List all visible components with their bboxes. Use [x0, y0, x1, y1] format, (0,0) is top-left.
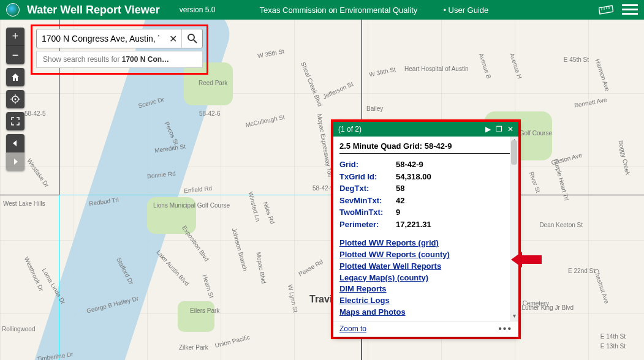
popup-field-value: 17,221.31	[396, 219, 431, 231]
popup-highlight-box: (1 of 2) ▶ ❐ ✕ 2.5 Minute Quad Grid: 58-…	[331, 119, 521, 339]
search-button[interactable]	[181, 29, 202, 48]
scroll-thumb[interactable]	[511, 140, 517, 165]
svg-rect-5	[622, 4, 638, 6]
app-header: Water Well Report Viewer version 5.0 Tex…	[0, 0, 644, 20]
popup-link[interactable]: Plotted WW Reports (county)	[339, 249, 450, 261]
popup-field-key: TxGrid Id:	[339, 171, 396, 183]
popup-field-value: 9	[396, 206, 400, 219]
app-logo-icon	[6, 3, 20, 17]
popup-field-row: Grid:58-42-9	[339, 159, 512, 171]
fullscreen-button[interactable]	[6, 112, 25, 130]
svg-rect-7	[622, 13, 638, 15]
popup-link[interactable]: Legacy Map(s) (county)	[339, 272, 428, 284]
popup-close-icon[interactable]: ✕	[507, 125, 513, 133]
zoom-in-button[interactable]: +	[6, 28, 25, 46]
search-hint-prefix: Show search results for	[43, 55, 122, 64]
popup-field-row: SevMinTxt:42	[339, 195, 512, 207]
map-toolbar: + −	[6, 28, 25, 171]
svg-point-9	[15, 99, 17, 100]
popup-field-row: TxGrid Id:54,318.00	[339, 171, 512, 183]
popup-header: (1 of 2) ▶ ❐ ✕	[333, 122, 518, 137]
popup-field-value: 54,318.00	[396, 171, 431, 183]
map-selection-box	[59, 195, 362, 360]
popup-field-key: SevMinTxt:	[339, 195, 396, 207]
search-box: ✕	[36, 29, 203, 48]
popup-link[interactable]: Plotted Water Well Reports	[339, 261, 441, 272]
locate-button[interactable]	[6, 90, 25, 108]
popup-field-key: Perimeter:	[339, 219, 396, 231]
popup-count: (1 of 2)	[338, 125, 480, 133]
popup-link[interactable]: Electric Logs	[339, 295, 390, 307]
menu-icon[interactable]	[622, 3, 638, 17]
callout-arrow-icon	[511, 252, 542, 268]
popup-footer: Zoom to •••	[333, 321, 518, 337]
home-button[interactable]	[6, 68, 25, 86]
popup-body: 2.5 Minute Quad Grid: 58-42-9 Grid:58-42…	[333, 137, 518, 321]
popup-field-value: 42	[396, 195, 404, 207]
next-extent-button[interactable]	[6, 152, 25, 171]
popup-title: 2.5 Minute Quad Grid: 58-42-9	[339, 141, 512, 154]
clear-search-icon[interactable]: ✕	[164, 33, 181, 45]
popup-field-value: 58	[396, 182, 404, 195]
search-suggestion[interactable]: Show search results for 1700 N Con…	[36, 51, 203, 68]
svg-rect-6	[622, 9, 638, 10]
prev-extent-button[interactable]	[6, 134, 25, 152]
popup-field-key: Grid:	[339, 159, 396, 171]
user-guide-link[interactable]: • User Guide	[443, 6, 488, 15]
org-name: Texas Commission on Environmental Qualit…	[259, 6, 417, 15]
popup-maximize-icon[interactable]: ❐	[496, 125, 502, 133]
search-highlight-box: ✕ Show search results for 1700 N Con…	[31, 24, 208, 75]
svg-rect-0	[599, 6, 613, 14]
popup-link[interactable]: Maps and Photos	[339, 307, 406, 318]
measure-icon[interactable]	[599, 5, 613, 15]
popup-link[interactable]: DIM Reports	[339, 283, 387, 295]
popup-field-key: DegTxt:	[339, 182, 396, 195]
zoom-to-link[interactable]: Zoom to	[339, 324, 366, 333]
search-input[interactable]	[37, 34, 164, 43]
popup-scrollbar[interactable]: ▴ ▾	[510, 137, 518, 321]
svg-line-15	[194, 40, 197, 43]
popup-field-key: TwoMinTxt:	[339, 206, 396, 219]
popup-next-icon[interactable]: ▶	[485, 125, 491, 133]
popup-link[interactable]: Plotted WW Reports (grid)	[339, 238, 439, 249]
popup-field-value: 58-42-9	[396, 159, 423, 171]
svg-point-14	[188, 34, 194, 40]
popup-field-row: TwoMinTxt:9	[339, 206, 512, 219]
app-title: Water Well Report Viewer	[27, 4, 160, 17]
scroll-down-icon[interactable]: ▾	[510, 312, 518, 321]
zoom-out-button[interactable]: −	[6, 46, 25, 64]
app-version: version 5.0	[180, 6, 216, 14]
search-hint-term: 1700 N Con…	[122, 55, 169, 64]
popup-more-icon[interactable]: •••	[498, 323, 512, 334]
popup-field-row: Perimeter:17,221.31	[339, 219, 512, 231]
popup-field-row: DegTxt:58	[339, 182, 512, 195]
feature-popup: (1 of 2) ▶ ❐ ✕ 2.5 Minute Quad Grid: 58-…	[333, 122, 518, 337]
